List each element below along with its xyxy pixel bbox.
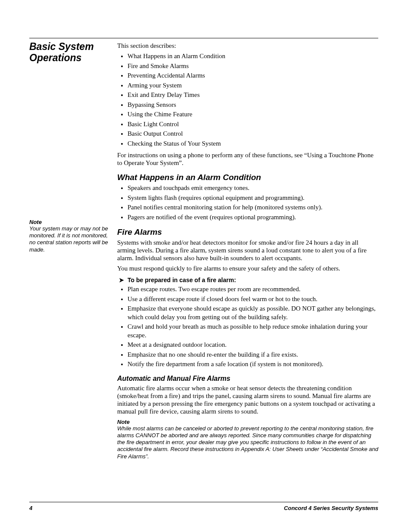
top-rule (29, 38, 378, 38)
list-item: Preventing Accidental Alarms (128, 72, 378, 80)
list-item: Speakers and touchpads emit emergency to… (128, 184, 378, 193)
inline-note-label: Note (117, 419, 378, 425)
list-item: Panel notifies central monitoring statio… (128, 203, 378, 212)
footer: 4 Concord 4 Series Security Systems (29, 502, 378, 511)
inline-note-body: While most alarms can be canceled or abo… (117, 425, 378, 460)
content-grid: Basic System Operations Note Your system… (29, 41, 378, 460)
product-name: Concord 4 Series Security Systems (284, 505, 378, 511)
subheading-fire-alarms: Fire Alarms (117, 227, 378, 237)
list-item: System lights flash (requires optional e… (128, 194, 378, 202)
auto-manual-para: Automatic fire alarms occur when a smoke… (117, 384, 378, 415)
left-column: Basic System Operations Note Your system… (29, 41, 114, 460)
list-item: Using the Chime Feature (128, 110, 378, 119)
subheading-auto-manual: Automatic and Manual Fire Alarms (117, 375, 378, 383)
intro-bullets: What Happens in an Alarm Condition Fire … (117, 52, 378, 148)
footer-rule (29, 502, 378, 502)
list-item: Meet at a designated outdoor location. (128, 341, 378, 349)
subheading-alarm-condition: What Happens in an Alarm Condition (117, 173, 378, 182)
checklist-lead: To be prepared in case of a fire alarm: (117, 277, 378, 283)
intro-after: For instructions on using a phone to per… (117, 151, 378, 167)
fire-para2: You must respond quickly to fire alarms … (117, 264, 378, 272)
inline-note: Note While most alarms can be canceled o… (117, 419, 378, 460)
list-item: Plan escape routes. Two escape routes pe… (128, 285, 378, 294)
fire-checklist: Plan escape routes. Two escape routes pe… (117, 285, 378, 369)
side-note-body: Your system may or may not be monitored.… (29, 225, 114, 253)
alarm-condition-bullets: Speakers and touchpads emit emergency to… (117, 184, 378, 221)
list-item: Crawl and hold your breath as much as po… (128, 323, 378, 339)
list-item: Notify the fire department from a safe l… (128, 360, 378, 369)
list-item: Bypassing Sensors (128, 101, 378, 109)
footer-row: 4 Concord 4 Series Security Systems (29, 505, 378, 511)
page-number: 4 (29, 505, 32, 511)
list-item: Pagers are notified of the event (requir… (128, 213, 378, 222)
right-column: This section describes: What Happens in … (117, 41, 378, 460)
list-item: Use a different escape route if closed d… (128, 295, 378, 304)
fire-para1: Systems with smoke and/or heat detectors… (117, 239, 378, 262)
list-item: Arming your System (128, 81, 378, 90)
side-note-label: Note (29, 219, 114, 225)
section-title: Basic System Operations (29, 41, 114, 64)
list-item: Exit and Entry Delay Times (128, 91, 378, 100)
list-item: Emphasize that everyone should escape as… (128, 305, 378, 321)
side-note: Note Your system may or may not be monit… (29, 219, 114, 253)
list-item: Emphasize that no one should re-enter th… (128, 351, 378, 359)
list-item: What Happens in an Alarm Condition (128, 52, 378, 61)
list-item: Checking the Status of Your System (128, 140, 378, 148)
list-item: Basic Light Control (128, 120, 378, 129)
page: Basic System Operations Note Your system… (0, 0, 411, 532)
intro-line: This section describes: (117, 42, 378, 50)
list-item: Basic Output Control (128, 130, 378, 138)
list-item: Fire and Smoke Alarms (128, 62, 378, 71)
